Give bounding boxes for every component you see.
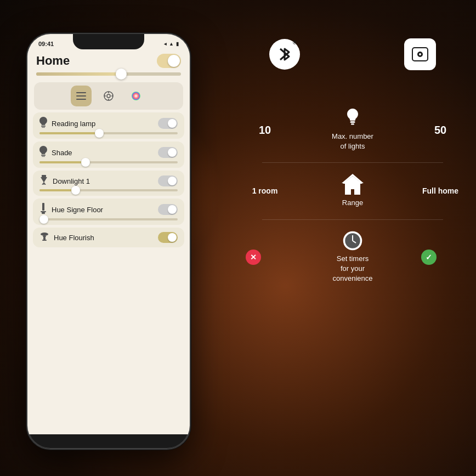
light-item-reading-lamp: Reading lamp bbox=[33, 112, 184, 139]
bluetooth-icon: ® bbox=[269, 39, 300, 70]
hub-feature bbox=[404, 38, 436, 70]
max-lights-row: 10 Max. number of lights 50 bbox=[246, 98, 460, 162]
light-slider-fill-1 bbox=[39, 132, 101, 134]
info-panel: ® 10 bbox=[229, 0, 476, 476]
status-icons: ◂ ▲ ▮ bbox=[164, 41, 179, 47]
signe-icon bbox=[39, 203, 47, 216]
svg-rect-15 bbox=[42, 175, 46, 177]
timers-clock-icon bbox=[343, 231, 362, 251]
phone-frame: 09:41 ◂ ▲ ▮ Home bbox=[26, 33, 191, 450]
svg-rect-0 bbox=[76, 92, 86, 93]
timers-center: Set timers for your convenience bbox=[284, 231, 421, 284]
svg-rect-23 bbox=[43, 236, 46, 237]
svg-rect-2 bbox=[76, 99, 86, 100]
svg-point-22 bbox=[41, 233, 48, 236]
light-toggle-2[interactable] bbox=[158, 147, 178, 158]
max-lights-bulb-icon bbox=[346, 109, 359, 128]
signal-icon: ▲ bbox=[169, 41, 174, 47]
svg-marker-14 bbox=[41, 177, 47, 183]
brightness-thumb bbox=[116, 69, 127, 80]
brightness-fill bbox=[36, 72, 123, 76]
light-slider-thumb-4 bbox=[39, 215, 48, 224]
light-toggle-4[interactable] bbox=[158, 204, 178, 215]
svg-marker-31 bbox=[343, 176, 362, 195]
svg-rect-10 bbox=[41, 126, 46, 127]
light-slider-thumb-3 bbox=[71, 186, 80, 195]
phone-notch bbox=[73, 34, 144, 49]
home-toggle[interactable] bbox=[157, 54, 181, 68]
light-item-flourish: Hue Flourish bbox=[33, 228, 184, 247]
svg-rect-29 bbox=[350, 121, 355, 123]
no-timers-icon: ✕ bbox=[246, 250, 261, 265]
light-toggle-1[interactable] bbox=[158, 118, 178, 129]
svg-rect-21 bbox=[42, 212, 45, 214]
tab-scenes[interactable] bbox=[98, 86, 119, 106]
phone-screen: Home bbox=[27, 49, 190, 434]
timers-label: Set timers for your convenience bbox=[333, 254, 373, 284]
light-slider-thumb-2 bbox=[81, 158, 90, 167]
bluetooth-registered: ® bbox=[293, 40, 297, 46]
svg-rect-12 bbox=[41, 155, 46, 156]
home-header: Home bbox=[27, 49, 190, 70]
light-slider-1[interactable] bbox=[39, 132, 178, 134]
svg-rect-30 bbox=[351, 123, 354, 125]
hub-max-lights-value: 50 bbox=[421, 124, 460, 137]
light-bulb-icon-2 bbox=[39, 146, 47, 159]
timers-row: ✕ Set timers for your convenience bbox=[246, 220, 460, 295]
home-title: Home bbox=[36, 54, 70, 68]
svg-rect-19 bbox=[42, 203, 44, 211]
svg-point-4 bbox=[107, 94, 110, 98]
light-name-1: Reading lamp bbox=[52, 120, 95, 128]
tab-bar bbox=[34, 82, 183, 110]
tab-color[interactable] bbox=[126, 86, 146, 106]
light-item-downlight: Downlight 1 bbox=[33, 171, 184, 196]
light-name-4: Hue Signe Floor bbox=[52, 206, 103, 214]
svg-rect-13 bbox=[42, 156, 45, 157]
yes-timers-icon: ✓ bbox=[421, 250, 437, 265]
svg-point-28 bbox=[419, 53, 421, 55]
hub-timer-status: ✓ bbox=[421, 250, 460, 265]
bluetooth-timer-status: ✕ bbox=[246, 250, 284, 265]
light-bulb-icon-1 bbox=[39, 117, 47, 130]
light-name-5: Hue Flourish bbox=[54, 234, 94, 242]
comparison-section: 10 Max. number of lights 50 1 room bbox=[229, 87, 476, 294]
light-slider-3[interactable] bbox=[39, 189, 178, 191]
light-slider-fill-2 bbox=[39, 161, 88, 163]
svg-rect-1 bbox=[76, 95, 86, 97]
downlight-icon bbox=[39, 175, 48, 187]
hub-range-value: Full home bbox=[421, 186, 460, 195]
range-house-icon bbox=[342, 174, 364, 195]
bluetooth-feature: ® bbox=[269, 39, 300, 70]
brightness-slider-container bbox=[27, 70, 190, 80]
range-row: 1 room Range Full home bbox=[246, 163, 460, 219]
max-lights-label: Max. number of lights bbox=[332, 132, 373, 151]
hub-icon bbox=[404, 38, 436, 70]
svg-rect-25 bbox=[42, 240, 47, 241]
light-name-3: Downlight 1 bbox=[53, 177, 90, 185]
light-toggle-3[interactable] bbox=[158, 175, 178, 186]
svg-rect-24 bbox=[43, 237, 46, 240]
light-slider-thumb-1 bbox=[95, 129, 104, 138]
light-toggle-5[interactable] bbox=[158, 232, 178, 243]
svg-rect-11 bbox=[42, 127, 45, 128]
range-center: Range bbox=[284, 174, 421, 208]
light-item-signe: Hue Signe Floor bbox=[33, 199, 184, 225]
light-name-2: Shade bbox=[52, 149, 72, 157]
tab-list[interactable] bbox=[71, 86, 92, 106]
location-icon: ◂ bbox=[164, 41, 167, 47]
light-slider-2[interactable] bbox=[39, 161, 178, 163]
icon-row-top: ® bbox=[229, 0, 476, 87]
brightness-slider[interactable] bbox=[36, 72, 181, 76]
bluetooth-range-value: 1 room bbox=[246, 186, 284, 195]
range-label: Range bbox=[342, 198, 363, 208]
flourish-icon bbox=[39, 232, 49, 243]
light-slider-4[interactable] bbox=[39, 218, 178, 220]
status-time: 09:41 bbox=[38, 41, 54, 47]
phone-mockup: 09:41 ◂ ▲ ▮ Home bbox=[26, 33, 191, 450]
max-lights-center: Max. number of lights bbox=[284, 109, 421, 151]
bluetooth-max-lights-value: 10 bbox=[246, 124, 284, 137]
svg-rect-20 bbox=[41, 211, 46, 212]
light-item-shade: Shade bbox=[33, 141, 184, 168]
svg-point-9 bbox=[132, 92, 140, 100]
battery-icon: ▮ bbox=[176, 41, 179, 47]
